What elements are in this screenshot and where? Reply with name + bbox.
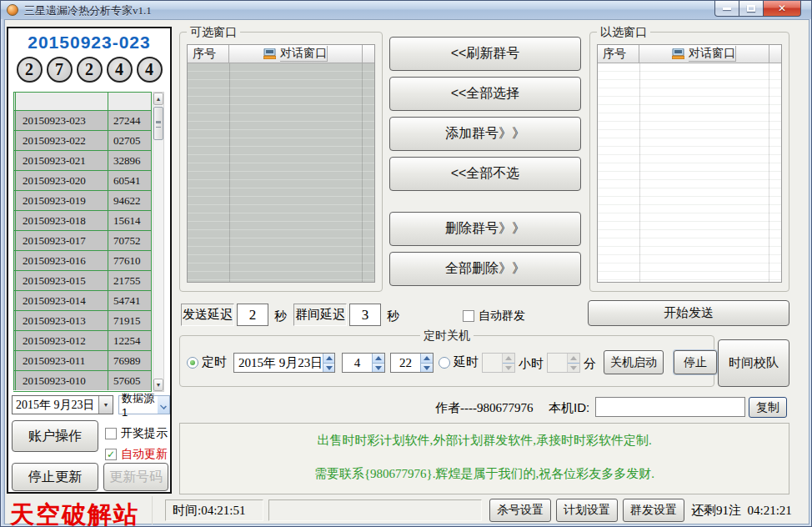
number-cell: 76989 [108,350,151,370]
column-header-window[interactable]: 对话窗口 [229,45,363,63]
column-divider [229,63,230,282]
issue-cell: 20150923-023 [13,110,108,130]
number-cell: 70752 [108,230,151,250]
table-row[interactable]: 20150923-01994622 [13,190,151,210]
plan-settings-button[interactable]: 计划设置 [556,499,618,522]
issue-cell: 20150923-019 [13,190,108,210]
select-all-button[interactable]: <<全部选择 [389,77,581,111]
minute-value: 22 [391,354,420,372]
combo-arrow-icon[interactable] [158,396,169,414]
spin-down-icon[interactable] [323,363,334,373]
header-cell [13,92,108,110]
table-row[interactable]: 20150923-02202705 [13,130,151,150]
table-header-row [13,92,151,110]
auto-update-checkbox[interactable]: ✓ 自动更新 [105,447,168,462]
close-button[interactable]: ✕ [763,1,801,17]
kill-settings-button[interactable]: 杀号设置 [489,499,551,522]
spin-up-icon[interactable] [323,354,334,363]
column-header-index[interactable]: 序号 [188,45,229,63]
table-row[interactable]: 20150923-01057605 [13,370,151,390]
table-row[interactable]: 20150923-01677610 [13,250,151,270]
shutdown-date-spinner[interactable]: 2015年 9月23日 [233,353,335,373]
spinner-buttons [567,354,579,372]
table-row[interactable]: 20150923-01815614 [13,210,151,230]
chosen-table-body[interactable] [598,63,781,282]
radio-label: 定时 [202,354,227,370]
selectable-window-table[interactable]: 序号 对话窗口 [187,44,375,283]
minimize-button[interactable] [714,1,739,17]
draw-tip-checkbox[interactable]: 开奖提示 [105,426,168,441]
auto-send-checkbox[interactable]: 自动群发 [463,309,525,324]
column-header-window[interactable]: 对话窗口 [639,45,769,63]
stop-update-button[interactable]: 停止更新 [12,463,98,491]
column-header-label: 对话窗口 [280,46,328,62]
shutdown-stop-button[interactable]: 停止 [674,350,717,374]
refresh-groups-button[interactable]: <<刷新群号 [389,37,581,71]
column-divider [769,63,769,282]
checkbox-icon[interactable] [463,310,474,322]
spin-up-icon[interactable] [421,354,433,363]
table-row[interactable]: 20150923-02327244 [13,110,151,130]
spin-up-icon[interactable] [373,354,384,363]
column-header-extra [769,45,781,63]
shutdown-hour-spinner[interactable]: 4 [342,353,385,373]
data-source-value: 数据源1 [119,391,158,419]
scroll-up-icon[interactable]: ▲ [153,93,163,105]
issue-cell: 20150923-011 [13,350,108,370]
history-scrollbar[interactable]: ▲ ▼ [153,92,164,392]
checkbox-icon[interactable] [105,428,117,439]
chosen-window-table[interactable]: 序号 对话窗口 [597,44,782,283]
table-row[interactable]: 20150923-01176989 [13,350,151,370]
time-sync-button[interactable]: 时间校队 [718,339,789,387]
start-send-button[interactable]: 开始发送 [588,300,789,326]
delete-groups-button[interactable]: 删除群号》》 [389,212,581,246]
maximize-button[interactable] [739,1,763,17]
site-brand: 天空破解站 [10,499,139,527]
title-bar[interactable]: 三星遗漏冷热分析专家v1.1 ✕ [1,1,811,19]
table-row[interactable]: 20150923-01770752 [13,230,151,250]
machine-id-input[interactable] [595,397,745,417]
table-row[interactable]: 20150923-01371915 [13,310,151,330]
dropdown-arrow-icon[interactable]: ▼ [98,396,113,414]
column-header-index[interactable]: 序号 [598,45,639,63]
selectable-table-body[interactable] [188,63,374,282]
table-row[interactable]: 20150923-01521755 [13,270,151,290]
spin-down-icon[interactable] [373,363,384,373]
group-gap-label: 群间延迟 [293,304,347,326]
spin-up-icon [503,354,514,363]
group-gap-unit: 秒 [387,309,399,324]
select-none-button[interactable]: <<全部不选 [389,157,581,191]
radio-icon[interactable] [187,357,198,369]
issue-cell: 20150923-014 [13,290,108,310]
table-row[interactable]: 20150923-01212254 [13,330,151,350]
copy-button[interactable]: 复制 [749,397,787,418]
history-table[interactable]: 20150923-02327244 20150923-02202705 2015… [13,92,152,392]
clock-section: 时间:04:21:51 [165,499,263,521]
table-row[interactable]: 20150923-02060541 [13,170,151,190]
delete-all-button[interactable]: 全部删除》》 [389,252,581,286]
delay-radio[interactable]: 延时 [439,354,479,370]
shutdown-minute-spinner[interactable]: 22 [390,353,434,373]
issue-cell: 20150923-013 [13,310,108,330]
timed-radio[interactable]: 定时 [187,354,227,370]
scroll-down-icon[interactable]: ▼ [153,379,163,391]
add-groups-button[interactable]: 添加群号》》 [389,117,581,151]
checkbox-checked-icon[interactable]: ✓ [105,449,117,460]
group-gap-input[interactable]: 3 [349,304,381,326]
shutdown-start-button[interactable]: 关机启动 [604,350,664,374]
delay-minute-value [548,354,567,372]
group-send-settings-button[interactable]: 群发设置 [623,499,684,522]
date-select[interactable]: 2015年 9月23日 ▼ [12,395,113,414]
scroll-thumb[interactable] [153,107,163,140]
close-icon: ✕ [778,3,786,14]
send-delay-input[interactable]: 2 [237,304,268,326]
account-button[interactable]: 账户操作 [12,420,98,452]
delay-minute-spinner [547,353,580,373]
data-source-select[interactable]: 数据源1 [118,395,170,414]
spin-down-icon[interactable] [421,363,433,373]
radio-icon[interactable] [439,357,450,369]
table-row[interactable]: 20150923-02132896 [13,150,151,170]
window-title: 三星遗漏冷热分析专家v1.1 [24,3,152,18]
table-row[interactable]: 20150923-01454741 [13,290,151,310]
issue-cell: 20150923-010 [13,370,108,390]
